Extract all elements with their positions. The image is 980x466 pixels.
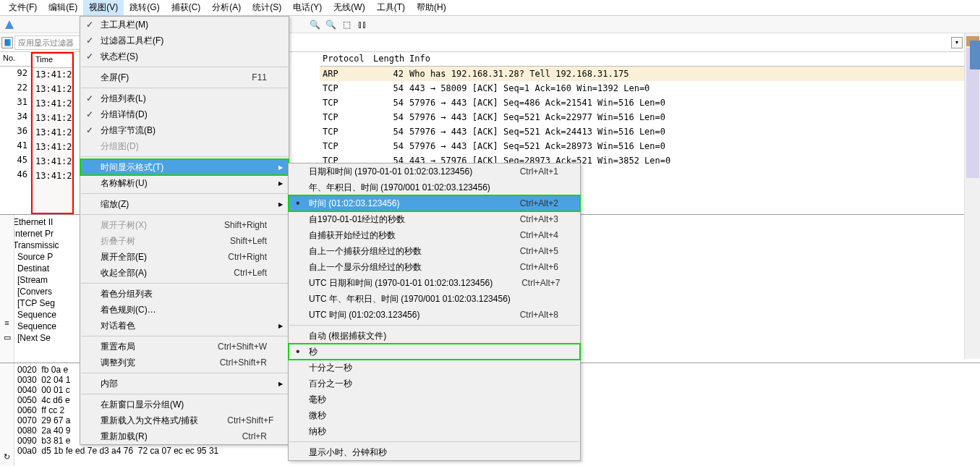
menu-item[interactable]: 调整列宽Ctrl+Shift+R bbox=[80, 355, 289, 370]
menu-编辑(E)[interactable]: 编辑(E) bbox=[43, 0, 83, 15]
resize-columns-icon[interactable]: ⫿⫿ bbox=[356, 18, 369, 31]
cell-time[interactable]: 13:41:2 bbox=[33, 140, 72, 155]
packet-row[interactable]: TCP54443 → 58009 [ACK] Seq=1 Ack=160 Win… bbox=[320, 81, 980, 96]
cell-len: 42 bbox=[370, 67, 406, 80]
menu-电话(Y)[interactable]: 电话(Y) bbox=[287, 0, 328, 15]
cell-no[interactable]: 34 bbox=[0, 110, 31, 124]
menu-item: 展开子树(X)Shift+Right bbox=[80, 217, 289, 233]
cell-no[interactable]: 36 bbox=[0, 124, 31, 139]
cell-no[interactable]: 41 bbox=[0, 139, 31, 153]
menu-item[interactable]: 名称解析(U)▶ bbox=[80, 175, 289, 191]
menu-item[interactable]: UTC 年、年积日、时间 (1970/001 01:02:03.123456) bbox=[289, 291, 580, 307]
cell-no[interactable]: 31 bbox=[0, 96, 31, 110]
menu-item[interactable]: 着色规则(C)… bbox=[80, 302, 289, 318]
menu-item[interactable]: 内部▶ bbox=[80, 376, 289, 391]
cell-time[interactable]: 13:41:2 bbox=[33, 97, 72, 111]
menu-item[interactable]: 微秒 bbox=[289, 407, 580, 423]
col-no-header[interactable]: No. bbox=[0, 52, 31, 67]
menu-统计(S)[interactable]: 统计(S) bbox=[247, 0, 287, 15]
menu-item[interactable]: 重新加载(R)Ctrl+R bbox=[80, 428, 289, 444]
cell-proto: TCP bbox=[320, 82, 370, 95]
expression-button[interactable]: ▾ bbox=[951, 37, 963, 48]
menu-分析(A)[interactable]: 分析(A) bbox=[206, 0, 247, 15]
bookmark-icon[interactable]: 📘 bbox=[1, 37, 13, 48]
menu-item[interactable]: •秒 bbox=[289, 344, 580, 360]
menu-item[interactable]: 时间显示格式(T)▶ bbox=[80, 159, 289, 175]
col-proto-header[interactable]: Protocol bbox=[320, 52, 370, 67]
menu-item[interactable]: 自上一个捕获分组经过的秒数Ctrl+Alt+5 bbox=[289, 243, 580, 259]
menu-item[interactable]: ✓分组列表(L) bbox=[80, 90, 289, 106]
svg-marker-0 bbox=[5, 20, 14, 29]
menu-item[interactable]: 显示小时、分钟和秒 bbox=[289, 444, 580, 460]
col-info-header[interactable]: Info bbox=[406, 52, 980, 67]
menu-item[interactable]: ✓分组详情(D) bbox=[80, 106, 289, 122]
menu-item[interactable]: ✓主工具栏(M) bbox=[80, 17, 289, 33]
view-menu[interactable]: ✓主工具栏(M)✓过滤器工具栏(F)✓状态栏(S)全屏(F)F11✓分组列表(L… bbox=[80, 16, 289, 445]
menu-item[interactable]: 毫秒 bbox=[289, 391, 580, 407]
menu-item[interactable]: UTC 时间 (01:02:03.123456)Ctrl+Alt+8 bbox=[289, 307, 580, 323]
cell-time[interactable]: 13:41:2 bbox=[33, 126, 72, 140]
menu-item[interactable]: 自捕获开始经过的秒数Ctrl+Alt+4 bbox=[289, 227, 580, 243]
cell-time[interactable]: 13:41:2 bbox=[33, 68, 72, 82]
menu-item[interactable]: 重置布局Ctrl+Shift+W bbox=[80, 339, 289, 355]
columns-icon[interactable]: ▭ bbox=[1, 331, 14, 344]
menu-帮助(H)[interactable]: 帮助(H) bbox=[411, 0, 452, 15]
zoom-out-icon[interactable]: 🔍 bbox=[324, 18, 337, 31]
packet-row[interactable]: TCP5457976 → 443 [ACK] Seq=521 Ack=22977… bbox=[320, 110, 980, 124]
col-time-header[interactable]: Time bbox=[33, 54, 72, 68]
col-len-header[interactable]: Length bbox=[370, 52, 406, 67]
menu-工具(T)[interactable]: 工具(T) bbox=[371, 0, 411, 15]
menu-item[interactable]: 收起全部(A)Ctrl+Left bbox=[80, 265, 289, 281]
cell-info: 57976 → 443 [ACK] Seq=521 Ack=28973 Win=… bbox=[406, 140, 980, 153]
menu-item[interactable]: 在新窗口显示分组(W) bbox=[80, 397, 289, 412]
menu-item[interactable]: 缩放(Z)▶ bbox=[80, 196, 289, 212]
packet-minimap[interactable] bbox=[964, 33, 980, 359]
menu-视图(V)[interactable]: 视图(V) bbox=[83, 0, 124, 15]
menu-item[interactable]: 百分之一秒 bbox=[289, 376, 580, 391]
menu-跳转(G)[interactable]: 跳转(G) bbox=[124, 0, 165, 15]
data-header: Protocol Length Info bbox=[320, 52, 980, 67]
time-format-submenu[interactable]: 日期和时间 (1970-01-01 01:02:03.123456)Ctrl+A… bbox=[288, 163, 581, 461]
packet-row[interactable]: TCP5457976 → 443 [ACK] Seq=486 Ack=21541… bbox=[320, 96, 980, 110]
scroll-thumb[interactable] bbox=[970, 41, 980, 69]
packet-row[interactable]: TCP5457976 → 443 [ACK] Seq=521 Ack=28973… bbox=[320, 139, 980, 153]
cell-len: 54 bbox=[370, 111, 406, 124]
menu-捕获(C)[interactable]: 捕获(C) bbox=[166, 0, 207, 15]
menu-item[interactable]: 纳秒 bbox=[289, 423, 580, 439]
menubar: 文件(F)编辑(E)视图(V)跳转(G)捕获(C)分析(A)统计(S)电话(Y)… bbox=[0, 0, 980, 16]
hex-gutter: ↻ bbox=[0, 363, 14, 466]
cell-time[interactable]: 13:41:2 bbox=[33, 111, 72, 126]
colorize-icon[interactable]: ≡ bbox=[1, 316, 14, 329]
cell-time[interactable]: 13:41:2 bbox=[33, 155, 72, 169]
reload-icon[interactable]: ↻ bbox=[1, 450, 14, 463]
packet-row[interactable]: TCP5457976 → 443 [ACK] Seq=521 Ack=24413… bbox=[320, 124, 980, 139]
cell-no[interactable]: 22 bbox=[0, 81, 31, 96]
menu-item[interactable]: •时间 (01:02:03.123456)Ctrl+Alt+2 bbox=[289, 195, 580, 211]
cell-no[interactable]: 92 bbox=[0, 67, 31, 81]
menu-item[interactable]: 着色分组列表 bbox=[80, 286, 289, 302]
menu-item[interactable]: 日期和时间 (1970-01-01 01:02:03.123456)Ctrl+A… bbox=[289, 164, 580, 179]
menu-无线(W)[interactable]: 无线(W) bbox=[328, 0, 370, 15]
menu-item[interactable]: 全屏(F)F11 bbox=[80, 69, 289, 85]
zoom-reset-icon[interactable]: ⬚ bbox=[340, 18, 353, 31]
menu-item[interactable]: 自1970-01-01经过的秒数Ctrl+Alt+3 bbox=[289, 211, 580, 227]
cell-no[interactable]: 46 bbox=[0, 168, 31, 182]
menu-item[interactable]: 展开全部(E)Ctrl+Right bbox=[80, 249, 289, 265]
cell-no[interactable]: 45 bbox=[0, 153, 31, 168]
cell-time[interactable]: 13:41:2 bbox=[33, 82, 72, 97]
menu-item[interactable]: ✓过滤器工具栏(F) bbox=[80, 33, 289, 48]
menu-文件(F)[interactable]: 文件(F) bbox=[3, 0, 43, 15]
menu-item[interactable]: 十分之一秒 bbox=[289, 360, 580, 376]
menu-item[interactable]: 重新载入为文件格式/捕获Ctrl+Shift+F bbox=[80, 412, 289, 428]
menu-item[interactable]: 自上一个显示分组经过的秒数Ctrl+Alt+6 bbox=[289, 259, 580, 275]
packet-row[interactable]: ARP42Who has 192.168.31.28? Tell 192.168… bbox=[320, 67, 980, 81]
menu-item[interactable]: ✓分组字节流(B) bbox=[80, 122, 289, 138]
cell-time[interactable]: 13:41:2 bbox=[33, 169, 72, 184]
menu-item[interactable]: UTC 日期和时间 (1970-01-01 01:02:03.123456)Ct… bbox=[289, 275, 580, 291]
menu-item[interactable]: 年、年积日、时间 (1970/001 01:02:03.123456) bbox=[289, 179, 580, 195]
menu-item[interactable]: ✓状态栏(S) bbox=[80, 48, 289, 64]
menu-item[interactable]: 自动 (根据捕获文件) bbox=[289, 328, 580, 344]
zoom-in-icon[interactable]: 🔍 bbox=[308, 18, 321, 31]
cell-len: 54 bbox=[370, 96, 406, 109]
menu-item[interactable]: 对话着色▶ bbox=[80, 318, 289, 334]
